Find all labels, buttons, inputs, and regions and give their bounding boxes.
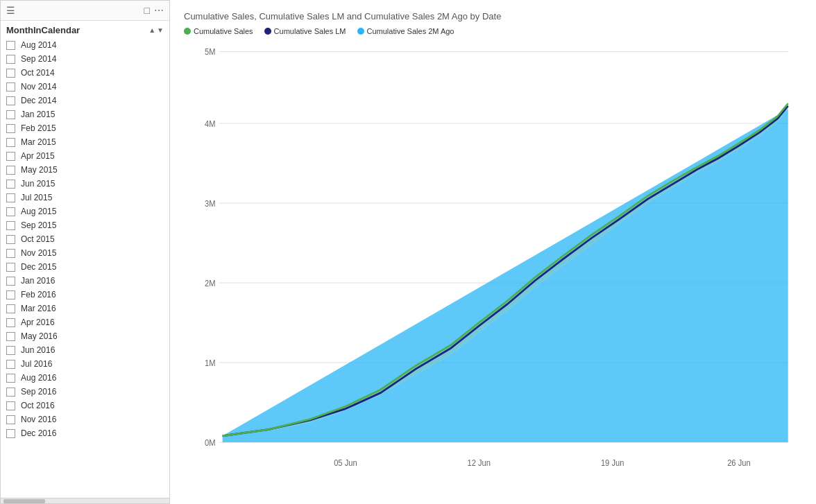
checkbox[interactable] [6, 207, 15, 216]
checkbox[interactable] [6, 152, 15, 161]
item-label: Jul 2015 [21, 193, 52, 202]
checkbox[interactable] [6, 332, 15, 341]
checkbox[interactable] [6, 388, 15, 397]
sort-asc-icon[interactable]: ▲ [148, 26, 155, 34]
checkbox[interactable] [6, 96, 15, 105]
checkbox[interactable] [6, 221, 15, 230]
checkbox[interactable] [6, 180, 15, 189]
list-item[interactable]: Feb 2015 [1, 121, 169, 135]
list-item[interactable]: Jul 2016 [1, 357, 169, 371]
horizontal-scrollbar[interactable] [1, 498, 169, 503]
item-label: Oct 2014 [21, 68, 55, 78]
item-label: Apr 2016 [21, 318, 55, 327]
svg-text:19 Jun: 19 Jun [601, 458, 624, 469]
list-item[interactable]: Dec 2015 [1, 260, 169, 274]
legend-label-cumulative-sales: Cumulative Sales [194, 27, 253, 35]
svg-text:5M: 5M [205, 46, 215, 57]
checkbox[interactable] [6, 249, 15, 258]
item-label: Jan 2015 [21, 110, 55, 119]
item-label: Jan 2016 [21, 276, 55, 286]
item-label: Nov 2014 [21, 82, 56, 92]
list-item[interactable]: Jun 2015 [1, 177, 169, 191]
list-item[interactable]: Apr 2016 [1, 315, 169, 329]
item-label: May 2016 [21, 331, 58, 341]
list-item[interactable]: Nov 2015 [1, 246, 169, 260]
item-label: May 2015 [21, 165, 58, 175]
checkbox[interactable] [6, 360, 15, 369]
list-item[interactable]: Jan 2016 [1, 274, 169, 288]
list-item[interactable]: Dec 2014 [1, 94, 169, 107]
checkbox[interactable] [6, 82, 15, 92]
list-item[interactable]: Aug 2014 [1, 38, 169, 52]
list-item[interactable]: Apr 2015 [1, 149, 169, 163]
list-item[interactable]: Jun 2016 [1, 343, 169, 357]
item-label: Aug 2015 [21, 207, 56, 216]
sort-icons: ▲ ▼ [148, 26, 164, 34]
checkbox[interactable] [6, 41, 15, 50]
checkbox[interactable] [6, 193, 15, 202]
list-item[interactable]: Oct 2015 [1, 232, 169, 246]
item-label: Jun 2016 [21, 345, 55, 355]
panel-title: MonthInCalendar [6, 25, 80, 35]
checkbox[interactable] [6, 374, 15, 383]
item-label: Aug 2016 [21, 373, 56, 383]
scrollbar-thumb[interactable] [3, 499, 45, 503]
checkbox[interactable] [6, 69, 15, 78]
svg-text:05 Jun: 05 Jun [334, 458, 357, 469]
month-list[interactable]: Aug 2014Sep 2014Oct 2014Nov 2014Dec 2014… [1, 38, 169, 498]
hamburger-icon[interactable]: ☰ [6, 5, 15, 16]
list-item[interactable]: Jul 2015 [1, 191, 169, 205]
list-item[interactable]: Feb 2016 [1, 288, 169, 302]
checkbox[interactable] [6, 263, 15, 272]
checkbox[interactable] [6, 166, 15, 175]
svg-text:0M: 0M [205, 437, 215, 448]
list-item[interactable]: Aug 2015 [1, 205, 169, 218]
expand-icon[interactable]: □ [144, 5, 150, 16]
list-item[interactable]: Nov 2016 [1, 412, 169, 426]
chart-legend: Cumulative Sales Cumulative Sales LM Cum… [184, 27, 802, 35]
item-label: Mar 2015 [21, 137, 56, 147]
list-item[interactable]: Sep 2014 [1, 52, 169, 66]
list-item[interactable]: Mar 2015 [1, 135, 169, 149]
legend-item-cumulative-sales-2m: Cumulative Sales 2M Ago [357, 27, 454, 35]
checkbox[interactable] [6, 318, 15, 327]
list-item[interactable]: Dec 2016 [1, 426, 169, 440]
legend-dot-cumulative-sales-lm [264, 28, 271, 35]
checkbox[interactable] [6, 138, 15, 147]
chart-area: Cumulative Sales, Cumulative Sales LM an… [170, 0, 816, 504]
list-item[interactable]: Sep 2015 [1, 218, 169, 232]
checkbox[interactable] [6, 415, 15, 424]
checkbox[interactable] [6, 55, 15, 64]
list-item[interactable]: Sep 2016 [1, 385, 169, 399]
checkbox[interactable] [6, 304, 15, 313]
more-icon[interactable]: ⋯ [154, 5, 164, 16]
sort-desc-icon[interactable]: ▼ [157, 26, 164, 34]
list-item[interactable]: May 2015 [1, 163, 169, 177]
checkbox[interactable] [6, 346, 15, 355]
checkbox[interactable] [6, 124, 15, 133]
chart-title: Cumulative Sales, Cumulative Sales LM an… [184, 11, 802, 21]
legend-label-cumulative-sales-2m: Cumulative Sales 2M Ago [367, 27, 454, 35]
checkbox[interactable] [6, 110, 15, 119]
list-item[interactable]: Oct 2016 [1, 399, 169, 412]
checkbox[interactable] [6, 401, 15, 410]
legend-label-cumulative-sales-lm: Cumulative Sales LM [274, 27, 346, 35]
list-item[interactable]: Aug 2016 [1, 371, 169, 385]
svg-text:12 Jun: 12 Jun [468, 458, 491, 469]
item-label: Nov 2016 [21, 415, 56, 424]
checkbox[interactable] [6, 277, 15, 286]
list-item[interactable]: May 2016 [1, 329, 169, 343]
list-item[interactable]: Mar 2016 [1, 302, 169, 315]
item-label: Sep 2016 [21, 387, 56, 397]
checkbox[interactable] [6, 235, 15, 244]
item-label: Feb 2016 [21, 290, 56, 299]
list-item[interactable]: Jan 2015 [1, 107, 169, 121]
item-label: Dec 2016 [21, 428, 56, 438]
checkbox[interactable] [6, 429, 15, 438]
list-item[interactable]: Oct 2014 [1, 66, 169, 80]
list-item[interactable]: Nov 2014 [1, 80, 169, 94]
svg-text:3M: 3M [205, 198, 215, 209]
item-label: Nov 2015 [21, 248, 56, 258]
item-label: Dec 2014 [21, 96, 56, 105]
checkbox[interactable] [6, 290, 15, 299]
